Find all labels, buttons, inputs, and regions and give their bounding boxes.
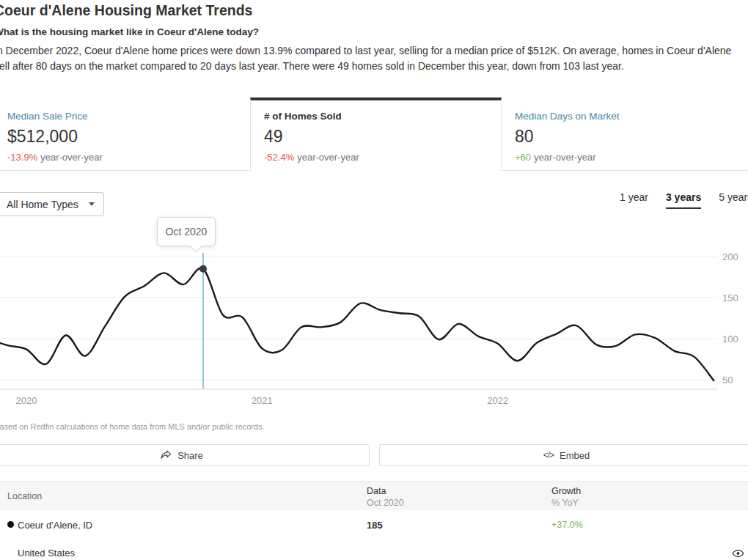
row-growth-value: +37.0% (551, 520, 583, 530)
market-summary-text: In December 2022, Coeur d'Alene home pri… (0, 43, 748, 73)
column-header-data: Data Oct 2020 (367, 486, 404, 508)
embed-button-label: Embed (560, 450, 590, 461)
chevron-down-icon (89, 202, 95, 206)
share-button-label: Share (177, 450, 203, 461)
y-axis-tick-label: 50 (722, 375, 733, 386)
housing-market-page: Coeur d'Alene Housing Market Trends What… (0, 0, 748, 560)
market-question-heading: What is the housing market like in Coeur… (0, 26, 259, 37)
chart-tooltip: Oct 2020 (157, 217, 216, 246)
yoy-suffix: year-over-year (297, 152, 359, 163)
tab-median-days-on-market[interactable]: Median Days on Market 80 +60year-over-ye… (502, 97, 748, 171)
comparison-table: Location Data Oct 2020 Growth % YoY Coeu… (0, 481, 748, 560)
yoy-change: -13.9% (7, 152, 37, 163)
y-axis-tick-label: 100 (722, 334, 738, 345)
column-title: Growth (551, 486, 581, 496)
tab-label: Median Days on Market (515, 111, 748, 122)
range-1-year[interactable]: 1 year (620, 191, 648, 209)
range-3-years[interactable]: 3 years (666, 191, 701, 209)
column-header-growth: Growth % YoY (551, 486, 581, 508)
column-subtitle: Oct 2020 (367, 498, 404, 508)
share-button[interactable]: Share (0, 444, 370, 466)
yoy-suffix: year-over-year (40, 152, 103, 163)
row-data-value: 185 (367, 520, 383, 531)
data-source-footnote: Based on Redfin calculations of home dat… (0, 422, 265, 431)
time-range-selector: 1 year 3 years 5 years (620, 191, 748, 209)
x-axis-tick-label: 2020 (16, 395, 37, 406)
row-location: United States (18, 548, 75, 559)
x-axis-tick-label: 2021 (252, 395, 273, 406)
visibility-eye-icon[interactable] (732, 548, 744, 560)
yoy-change: +60 (515, 152, 531, 163)
tab-value: 80 (515, 127, 748, 147)
series-color-dot (7, 521, 14, 528)
table-row-united-states[interactable]: United States (0, 538, 748, 560)
tab-value: $512,000 (7, 127, 250, 147)
content-wrapper: Coeur d'Alene Housing Market Trends What… (0, 0, 748, 560)
code-icon: </> (543, 450, 554, 460)
yoy-change: -52.4% (264, 152, 294, 163)
chart-canvas: 50100150200202020212022 (0, 213, 748, 410)
homes-sold-chart[interactable]: 50100150200202020212022 (0, 213, 748, 410)
row-location: Coeur d'Alene, ID (18, 520, 92, 531)
x-axis-tick-label: 2022 (487, 395, 508, 406)
column-header-location: Location (7, 491, 42, 501)
table-row-coeur-dalene[interactable]: Coeur d'Alene, ID 185 +37.0% (0, 510, 748, 538)
hover-marker-dot (199, 265, 207, 273)
table-header: Location Data Oct 2020 Growth % YoY (0, 481, 748, 510)
homes-sold-series-line (0, 268, 714, 380)
tab-yoy: -52.4%year-over-year (264, 152, 501, 163)
y-axis-tick-label: 150 (722, 292, 738, 303)
tab-median-sale-price[interactable]: Median Sale Price $512,000 -13.9%year-ov… (0, 97, 250, 171)
page-title: Coeur d'Alene Housing Market Trends (0, 2, 252, 19)
column-subtitle: % YoY (551, 498, 581, 508)
chart-tooltip-label: Oct 2020 (166, 226, 208, 237)
embed-button[interactable]: </> Embed (379, 444, 748, 466)
column-title: Data (367, 486, 404, 496)
tab-yoy: +60year-over-year (515, 152, 748, 163)
range-5-years[interactable]: 5 years (719, 191, 748, 209)
y-axis-tick-label: 200 (722, 251, 738, 262)
share-icon (161, 450, 172, 460)
home-type-dropdown-label: All Home Types (0, 199, 78, 210)
tab-label: Median Sale Price (7, 111, 250, 122)
tab-value: 49 (264, 127, 501, 147)
tab-yoy: -13.9%year-over-year (7, 152, 250, 163)
stat-tabs: Median Sale Price $512,000 -13.9%year-ov… (0, 97, 748, 171)
tab-label: # of Homes Sold (264, 111, 501, 122)
tab-homes-sold[interactable]: # of Homes Sold 49 -52.4%year-over-year (250, 97, 502, 171)
yoy-suffix: year-over-year (534, 152, 596, 163)
